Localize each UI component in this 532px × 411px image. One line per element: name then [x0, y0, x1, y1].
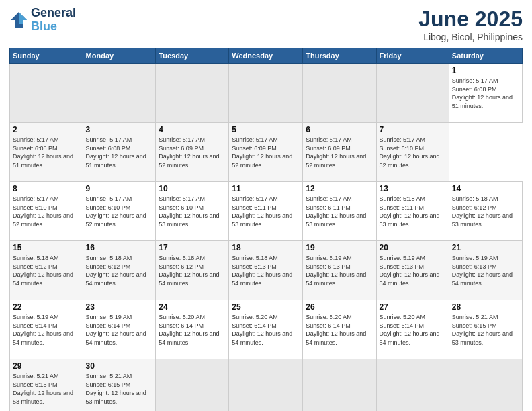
- day-info: Sunrise: 5:17 AMSunset: 6:10 PMDaylight:…: [86, 195, 153, 228]
- day-number: 30: [86, 361, 153, 371]
- day-number: 25: [232, 302, 300, 312]
- day-number: 5: [232, 125, 300, 134]
- day-info: Sunrise: 5:17 AMSunset: 6:10 PMDaylight:…: [159, 195, 226, 228]
- day-info: Sunrise: 5:17 AMSunset: 6:08 PMDaylight:…: [86, 136, 153, 169]
- empty-cell: [229, 64, 303, 123]
- calendar-day: 4Sunrise: 5:17 AMSunset: 6:09 PMDaylight…: [156, 123, 229, 182]
- empty-cell: [303, 64, 376, 123]
- day-number: 7: [380, 125, 446, 134]
- calendar-day: 26Sunrise: 5:20 AMSunset: 6:14 PMDayligh…: [303, 300, 376, 359]
- calendar-week-row: 15Sunrise: 5:18 AMSunset: 6:12 PMDayligh…: [10, 241, 523, 300]
- empty-cell: [10, 64, 83, 123]
- calendar-day: 7Sunrise: 5:17 AMSunset: 6:10 PMDaylight…: [376, 123, 449, 182]
- calendar-day: 14Sunrise: 5:18 AMSunset: 6:12 PMDayligh…: [449, 182, 522, 241]
- day-number: 10: [159, 184, 226, 193]
- day-info: Sunrise: 5:17 AMSunset: 6:10 PMDaylight:…: [13, 195, 80, 228]
- page: General Blue June 2025 Libog, Bicol, Phi…: [0, 0, 532, 411]
- day-number: 26: [306, 302, 373, 312]
- day-info: Sunrise: 5:17 AMSunset: 6:10 PMDaylight:…: [380, 136, 446, 169]
- col-tuesday: Tuesday: [156, 48, 229, 64]
- month-title: June 2025: [418, 7, 523, 32]
- calendar-day: 28Sunrise: 5:21 AMSunset: 6:15 PMDayligh…: [449, 300, 522, 359]
- calendar-day: 2Sunrise: 5:17 AMSunset: 6:08 PMDaylight…: [10, 123, 83, 182]
- day-info: Sunrise: 5:18 AMSunset: 6:12 PMDaylight:…: [452, 195, 519, 228]
- location: Libog, Bicol, Philippines: [418, 32, 523, 42]
- empty-cell: [83, 64, 156, 123]
- empty-cell: [156, 64, 229, 123]
- day-info: Sunrise: 5:20 AMSunset: 6:14 PMDaylight:…: [380, 313, 446, 347]
- col-wednesday: Wednesday: [229, 48, 303, 64]
- day-number: 28: [452, 302, 519, 312]
- day-number: 6: [306, 125, 373, 134]
- day-info: Sunrise: 5:20 AMSunset: 6:14 PMDaylight:…: [306, 313, 373, 347]
- calendar-day: 20Sunrise: 5:19 AMSunset: 6:13 PMDayligh…: [376, 241, 449, 300]
- day-info: Sunrise: 5:19 AMSunset: 6:14 PMDaylight:…: [13, 313, 80, 347]
- day-number: 1: [452, 66, 519, 75]
- day-number: 3: [86, 125, 153, 134]
- calendar-day: 29Sunrise: 5:21 AMSunset: 6:15 PMDayligh…: [10, 359, 83, 412]
- day-info: Sunrise: 5:18 AMSunset: 6:12 PMDaylight:…: [13, 254, 80, 287]
- day-info: Sunrise: 5:17 AMSunset: 6:11 PMDaylight:…: [232, 195, 300, 228]
- logo-icon: [9, 11, 28, 30]
- day-number: 21: [452, 243, 519, 253]
- day-number: 27: [380, 302, 446, 312]
- calendar-day: 21Sunrise: 5:19 AMSunset: 6:13 PMDayligh…: [449, 241, 522, 300]
- empty-cell: [376, 64, 449, 123]
- calendar-day: 10Sunrise: 5:17 AMSunset: 6:10 PMDayligh…: [156, 182, 229, 241]
- logo-text: General Blue: [31, 7, 76, 34]
- calendar-week-row: 2Sunrise: 5:17 AMSunset: 6:08 PMDaylight…: [10, 123, 523, 182]
- day-info: Sunrise: 5:19 AMSunset: 6:14 PMDaylight:…: [86, 313, 153, 347]
- calendar-day: 13Sunrise: 5:18 AMSunset: 6:11 PMDayligh…: [376, 182, 449, 241]
- calendar-day: 17Sunrise: 5:18 AMSunset: 6:12 PMDayligh…: [156, 241, 229, 300]
- day-info: Sunrise: 5:19 AMSunset: 6:13 PMDaylight:…: [306, 254, 373, 287]
- day-info: Sunrise: 5:18 AMSunset: 6:12 PMDaylight:…: [159, 254, 226, 287]
- calendar-day: 8Sunrise: 5:17 AMSunset: 6:10 PMDaylight…: [10, 182, 83, 241]
- calendar-day: 11Sunrise: 5:17 AMSunset: 6:11 PMDayligh…: [229, 182, 303, 241]
- day-info: Sunrise: 5:21 AMSunset: 6:15 PMDaylight:…: [86, 372, 153, 406]
- calendar-day: 27Sunrise: 5:20 AMSunset: 6:14 PMDayligh…: [376, 300, 449, 359]
- col-saturday: Saturday: [449, 48, 522, 64]
- calendar-day: 25Sunrise: 5:20 AMSunset: 6:14 PMDayligh…: [229, 300, 303, 359]
- day-info: Sunrise: 5:17 AMSunset: 6:09 PMDaylight:…: [232, 136, 300, 169]
- empty-cell: [376, 359, 449, 412]
- empty-cell: [156, 359, 229, 412]
- day-number: 19: [306, 243, 373, 253]
- calendar-day: 23Sunrise: 5:19 AMSunset: 6:14 PMDayligh…: [83, 300, 156, 359]
- calendar-day: 1Sunrise: 5:17 AMSunset: 6:08 PMDaylight…: [449, 64, 522, 123]
- calendar-body: 1Sunrise: 5:17 AMSunset: 6:08 PMDaylight…: [10, 64, 523, 412]
- calendar-table: Sunday Monday Tuesday Wednesday Thursday…: [9, 48, 523, 411]
- day-info: Sunrise: 5:21 AMSunset: 6:15 PMDaylight:…: [13, 372, 80, 406]
- day-info: Sunrise: 5:19 AMSunset: 6:13 PMDaylight:…: [452, 254, 519, 287]
- logo: General Blue: [9, 7, 76, 34]
- day-number: 14: [452, 184, 519, 193]
- day-number: 11: [232, 184, 300, 193]
- empty-cell: [303, 359, 376, 412]
- day-info: Sunrise: 5:17 AMSunset: 6:08 PMDaylight:…: [452, 77, 519, 110]
- header-row: Sunday Monday Tuesday Wednesday Thursday…: [10, 48, 523, 64]
- day-number: 8: [13, 184, 80, 193]
- svg-marker-1: [19, 12, 27, 24]
- day-info: Sunrise: 5:19 AMSunset: 6:13 PMDaylight:…: [380, 254, 446, 287]
- day-info: Sunrise: 5:18 AMSunset: 6:13 PMDaylight:…: [232, 254, 300, 287]
- day-number: 16: [86, 243, 153, 253]
- calendar-day: 6Sunrise: 5:17 AMSunset: 6:09 PMDaylight…: [303, 123, 376, 182]
- day-info: Sunrise: 5:20 AMSunset: 6:14 PMDaylight:…: [159, 313, 226, 347]
- calendar-day: 3Sunrise: 5:17 AMSunset: 6:08 PMDaylight…: [83, 123, 156, 182]
- day-info: Sunrise: 5:18 AMSunset: 6:11 PMDaylight:…: [380, 195, 446, 228]
- day-info: Sunrise: 5:17 AMSunset: 6:11 PMDaylight:…: [306, 195, 373, 228]
- header: General Blue June 2025 Libog, Bicol, Phi…: [9, 7, 523, 42]
- col-thursday: Thursday: [303, 48, 376, 64]
- calendar-day: 15Sunrise: 5:18 AMSunset: 6:12 PMDayligh…: [10, 241, 83, 300]
- day-number: 18: [232, 243, 300, 253]
- calendar-header: Sunday Monday Tuesday Wednesday Thursday…: [10, 48, 523, 64]
- day-info: Sunrise: 5:20 AMSunset: 6:14 PMDaylight:…: [232, 313, 300, 347]
- calendar-day: 12Sunrise: 5:17 AMSunset: 6:11 PMDayligh…: [303, 182, 376, 241]
- calendar-day: 30Sunrise: 5:21 AMSunset: 6:15 PMDayligh…: [83, 359, 156, 412]
- calendar-week-row: 1Sunrise: 5:17 AMSunset: 6:08 PMDaylight…: [10, 64, 523, 123]
- day-number: 20: [380, 243, 446, 253]
- day-number: 9: [86, 184, 153, 193]
- col-friday: Friday: [376, 48, 449, 64]
- calendar-week-row: 8Sunrise: 5:17 AMSunset: 6:10 PMDaylight…: [10, 182, 523, 241]
- calendar-week-row: 22Sunrise: 5:19 AMSunset: 6:14 PMDayligh…: [10, 300, 523, 359]
- calendar-day: 22Sunrise: 5:19 AMSunset: 6:14 PMDayligh…: [10, 300, 83, 359]
